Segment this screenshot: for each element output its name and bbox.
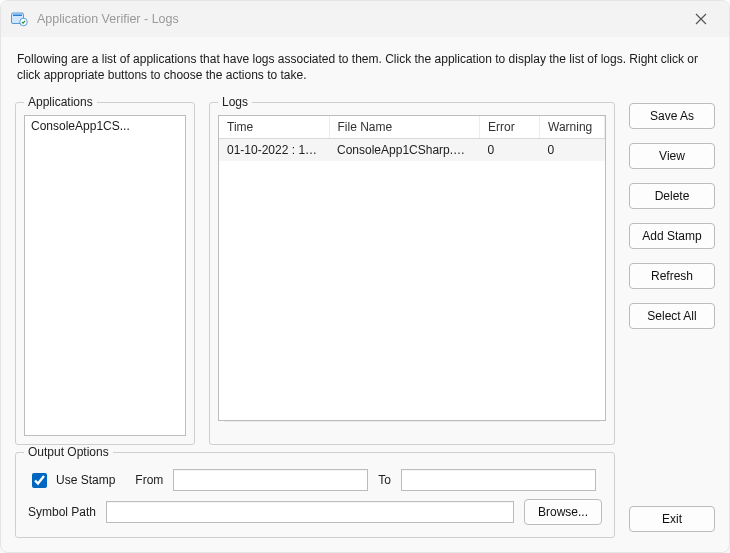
bottom-row: Output Options Use Stamp From To Symbol …: [15, 445, 715, 538]
delete-button[interactable]: Delete: [629, 183, 715, 209]
application-item[interactable]: ConsoleApp1CS...: [25, 116, 185, 136]
from-label: From: [135, 473, 163, 487]
use-stamp-checkbox[interactable]: [32, 473, 47, 488]
cell-error: 0: [480, 139, 540, 162]
column-header-time[interactable]: Time: [219, 116, 329, 139]
symbol-path-input[interactable]: [106, 501, 514, 523]
output-options-legend: Output Options: [24, 445, 113, 459]
save-as-button[interactable]: Save As: [629, 103, 715, 129]
use-stamp-checkbox-wrap[interactable]: Use Stamp: [28, 470, 115, 491]
close-button[interactable]: [681, 5, 721, 33]
view-button[interactable]: View: [629, 143, 715, 169]
window-title: Application Verifier - Logs: [37, 12, 681, 26]
table-row[interactable]: 01-10-2022 : 16:4... ConsoleApp1CSharp.e…: [219, 139, 605, 162]
column-header-file[interactable]: File Name: [329, 116, 480, 139]
output-row-stamp: Use Stamp From To: [24, 465, 606, 495]
column-header-error[interactable]: Error: [480, 116, 540, 139]
content-area: Following are a list of applications tha…: [1, 37, 729, 552]
cell-file: ConsoleApp1CSharp.ex...: [329, 139, 480, 162]
intro-text: Following are a list of applications tha…: [17, 51, 713, 83]
to-input[interactable]: [401, 469, 596, 491]
cell-warning: 0: [540, 139, 605, 162]
main-row: Applications ConsoleApp1CS... Logs Time: [15, 95, 715, 445]
select-all-button[interactable]: Select All: [629, 303, 715, 329]
from-input[interactable]: [173, 469, 368, 491]
applications-list[interactable]: ConsoleApp1CS...: [24, 115, 186, 436]
logs-group: Logs Time File Name Error Warning: [209, 95, 615, 445]
applications-group: Applications ConsoleApp1CS...: [15, 95, 195, 445]
side-button-column: Save As View Delete Add Stamp Refresh Se…: [629, 95, 715, 445]
to-label: To: [378, 473, 391, 487]
logs-header-row: Time File Name Error Warning: [219, 116, 605, 139]
refresh-button[interactable]: Refresh: [629, 263, 715, 289]
svg-rect-1: [13, 15, 22, 17]
output-row-symbol: Symbol Path Browse...: [24, 495, 606, 529]
symbol-path-label: Symbol Path: [28, 505, 96, 519]
titlebar: Application Verifier - Logs: [1, 1, 729, 37]
app-icon: [9, 9, 29, 29]
use-stamp-label: Use Stamp: [56, 473, 115, 487]
column-header-warning[interactable]: Warning: [540, 116, 605, 139]
logs-table-wrap[interactable]: Time File Name Error Warning 01-10-2022 …: [218, 115, 606, 421]
logs-table: Time File Name Error Warning 01-10-2022 …: [219, 116, 605, 161]
browse-button[interactable]: Browse...: [524, 499, 602, 525]
exit-button[interactable]: Exit: [629, 506, 715, 532]
horizontal-scrollbar[interactable]: [224, 421, 600, 433]
dialog-window: Application Verifier - Logs Following ar…: [0, 0, 730, 553]
exit-button-wrap: Exit: [629, 506, 715, 538]
applications-legend: Applications: [24, 95, 97, 109]
logs-legend: Logs: [218, 95, 252, 109]
output-options-group: Output Options Use Stamp From To Symbol …: [15, 445, 615, 538]
cell-time: 01-10-2022 : 16:4...: [219, 139, 329, 162]
add-stamp-button[interactable]: Add Stamp: [629, 223, 715, 249]
